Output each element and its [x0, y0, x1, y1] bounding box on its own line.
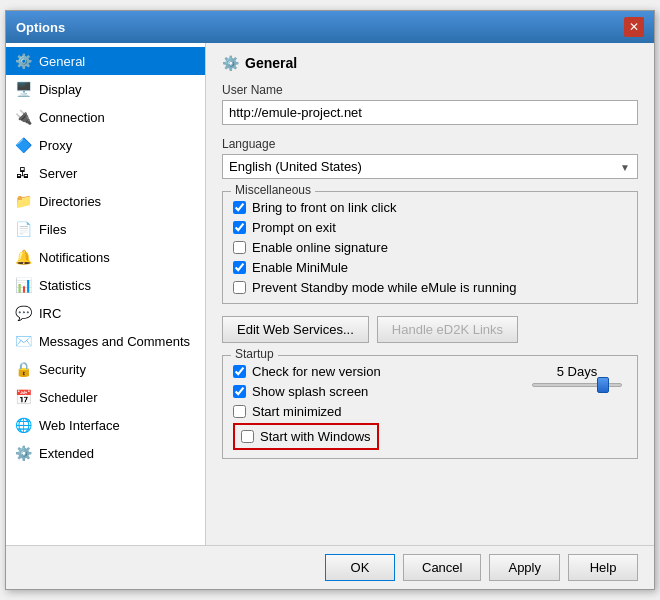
ok-button[interactable]: OK: [325, 554, 395, 581]
checkbox-input-enable_minimule[interactable]: [233, 261, 246, 274]
checkbox-input-bring_to_front[interactable]: [233, 201, 246, 214]
sidebar-item-label-server: Server: [39, 166, 77, 181]
sidebar-item-scheduler[interactable]: 📅 Scheduler: [6, 383, 205, 411]
sidebar-item-security[interactable]: 🔒 Security: [6, 355, 205, 383]
handle-ed2k-button[interactable]: Handle eD2K Links: [377, 316, 518, 343]
sidebar-item-directories[interactable]: 📁 Directories: [6, 187, 205, 215]
sidebar-item-label-notifications: Notifications: [39, 250, 110, 265]
slider-thumb[interactable]: [597, 377, 609, 393]
help-button[interactable]: Help: [568, 554, 638, 581]
sidebar-item-webinterface[interactable]: 🌐 Web Interface: [6, 411, 205, 439]
messages-icon: ✉️: [14, 332, 32, 350]
start-with-windows-label: Start with Windows: [260, 429, 371, 444]
slider-container: [532, 383, 622, 387]
irc-icon: 💬: [14, 304, 32, 322]
username-input[interactable]: [222, 100, 638, 125]
checkbox-label-check_new_version: Check for new version: [252, 364, 381, 379]
checkbox-label-start_minimized: Start minimized: [252, 404, 342, 419]
startup-checkbox-check_new_version: Check for new version: [233, 364, 511, 379]
sidebar: ⚙️ General 🖥️ Display 🔌 Connection 🔷 Pro…: [6, 43, 206, 545]
startup-checkboxes: Check for new version Show splash screen…: [233, 364, 511, 419]
extended-icon: ⚙️: [14, 444, 32, 462]
checkbox-label-online_signature: Enable online signature: [252, 240, 388, 255]
checkbox-label-prompt_on_exit: Prompt on exit: [252, 220, 336, 235]
proxy-icon: 🔷: [14, 136, 32, 154]
checkbox-input-prompt_on_exit[interactable]: [233, 221, 246, 234]
sidebar-item-label-statistics: Statistics: [39, 278, 91, 293]
checkbox-label-bring_to_front: Bring to front on link click: [252, 200, 397, 215]
scheduler-icon: 📅: [14, 388, 32, 406]
language-select[interactable]: English (United States)GermanFrenchSpani…: [222, 154, 638, 179]
startup-row: Check for new version Show splash screen…: [233, 364, 627, 450]
sidebar-item-messages[interactable]: ✉️ Messages and Comments: [6, 327, 205, 355]
sidebar-item-label-irc: IRC: [39, 306, 61, 321]
sidebar-item-label-messages: Messages and Comments: [39, 334, 190, 349]
checkbox-label-prevent_standby: Prevent Standby mode while eMule is runn…: [252, 280, 516, 295]
connection-icon: 🔌: [14, 108, 32, 126]
username-group: User Name: [222, 83, 638, 125]
security-icon: 🔒: [14, 360, 32, 378]
content-panel: ⚙️ General User Name Language English (U…: [206, 43, 654, 545]
sidebar-item-label-general: General: [39, 54, 85, 69]
sidebar-item-label-extended: Extended: [39, 446, 94, 461]
sidebar-item-label-security: Security: [39, 362, 86, 377]
sidebar-item-label-proxy: Proxy: [39, 138, 72, 153]
sidebar-item-label-display: Display: [39, 82, 82, 97]
cancel-button[interactable]: Cancel: [403, 554, 481, 581]
general-icon: ⚙️: [14, 52, 32, 70]
dialog-body: ⚙️ General 🖥️ Display 🔌 Connection 🔷 Pro…: [6, 43, 654, 545]
misc-checkbox-prevent_standby: Prevent Standby mode while eMule is runn…: [233, 280, 627, 295]
misc-checkboxes: Bring to front on link click Prompt on e…: [233, 200, 627, 295]
days-label: 5 Days: [557, 364, 597, 379]
start-with-windows-highlighted: Start with Windows: [233, 423, 379, 450]
language-group: Language English (United States)GermanFr…: [222, 137, 638, 179]
misc-checkbox-online_signature: Enable online signature: [233, 240, 627, 255]
miscellaneous-group: Miscellaneous Bring to front on link cli…: [222, 191, 638, 304]
close-button[interactable]: ✕: [624, 17, 644, 37]
webinterface-icon: 🌐: [14, 416, 32, 434]
directories-icon: 📁: [14, 192, 32, 210]
checkbox-input-prevent_standby[interactable]: [233, 281, 246, 294]
sidebar-item-label-scheduler: Scheduler: [39, 390, 98, 405]
checkbox-input-check_new_version[interactable]: [233, 365, 246, 378]
sidebar-item-label-connection: Connection: [39, 110, 105, 125]
sidebar-item-extended[interactable]: ⚙️ Extended: [6, 439, 205, 467]
checkbox-label-enable_minimule: Enable MiniMule: [252, 260, 348, 275]
panel-title-text: General: [245, 55, 297, 71]
sidebar-item-connection[interactable]: 🔌 Connection: [6, 103, 205, 131]
sidebar-item-statistics[interactable]: 📊 Statistics: [6, 271, 205, 299]
checkbox-label-show_splash: Show splash screen: [252, 384, 368, 399]
checkbox-input-show_splash[interactable]: [233, 385, 246, 398]
misc-checkbox-enable_minimule: Enable MiniMule: [233, 260, 627, 275]
display-icon: 🖥️: [14, 80, 32, 98]
sidebar-item-label-webinterface: Web Interface: [39, 418, 120, 433]
dialog-footer: OK Cancel Apply Help: [6, 545, 654, 589]
panel-title: ⚙️ General: [222, 55, 638, 71]
slider-track[interactable]: [532, 383, 622, 387]
apply-button[interactable]: Apply: [489, 554, 560, 581]
misc-checkbox-bring_to_front: Bring to front on link click: [233, 200, 627, 215]
edit-web-services-button[interactable]: Edit Web Services...: [222, 316, 369, 343]
statistics-icon: 📊: [14, 276, 32, 294]
sidebar-item-label-files: Files: [39, 222, 66, 237]
window-title: Options: [16, 20, 65, 35]
sidebar-item-files[interactable]: 📄 Files: [6, 215, 205, 243]
startup-legend: Startup: [231, 347, 278, 361]
startup-group: Startup Check for new version Show splas…: [222, 355, 638, 459]
server-icon: 🖧: [14, 164, 32, 182]
startup-left: Check for new version Show splash screen…: [233, 364, 511, 450]
sidebar-item-label-directories: Directories: [39, 194, 101, 209]
sidebar-item-general[interactable]: ⚙️ General: [6, 47, 205, 75]
start-with-windows-checkbox[interactable]: [241, 430, 254, 443]
options-dialog: Options ✕ ⚙️ General 🖥️ Display 🔌 Connec…: [5, 10, 655, 590]
sidebar-item-server[interactable]: 🖧 Server: [6, 159, 205, 187]
sidebar-item-display[interactable]: 🖥️ Display: [6, 75, 205, 103]
sidebar-item-proxy[interactable]: 🔷 Proxy: [6, 131, 205, 159]
files-icon: 📄: [14, 220, 32, 238]
startup-checkbox-show_splash: Show splash screen: [233, 384, 511, 399]
checkbox-input-start_minimized[interactable]: [233, 405, 246, 418]
panel-icon: ⚙️: [222, 55, 239, 71]
checkbox-input-online_signature[interactable]: [233, 241, 246, 254]
sidebar-item-notifications[interactable]: 🔔 Notifications: [6, 243, 205, 271]
sidebar-item-irc[interactable]: 💬 IRC: [6, 299, 205, 327]
